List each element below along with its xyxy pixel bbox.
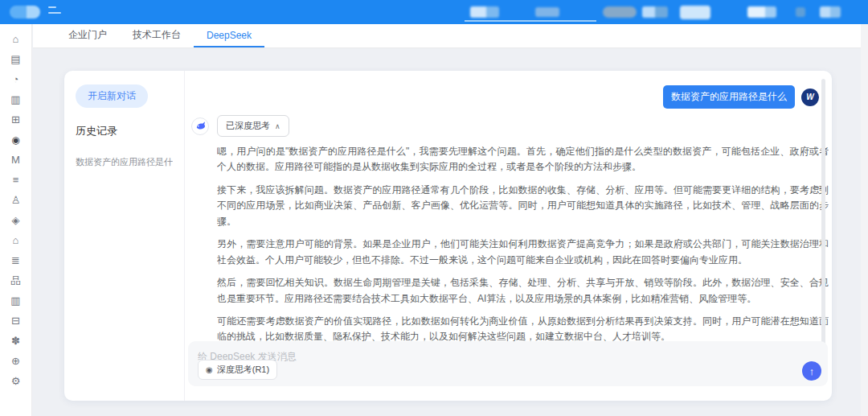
redacted-nav-item[interactable] xyxy=(747,6,776,18)
app-logo xyxy=(10,6,40,19)
tab-deepseek[interactable]: DeepSeek xyxy=(194,24,264,47)
menu-icon[interactable] xyxy=(48,6,63,18)
deepseek-whale-icon xyxy=(191,117,209,135)
shield-icon[interactable]: ◈ xyxy=(0,210,32,230)
sitemap-icon[interactable]: 品 xyxy=(0,270,32,290)
deep-think-chip-label: 深度思考(R1) xyxy=(217,364,269,376)
assistant-row: 已深度思考 ∧ xyxy=(191,115,832,137)
user-avatar: W xyxy=(801,89,819,106)
thought-paragraph: 然后，需要回忆相关知识。数据生命周期管理是关键，包括采集、存储、处理、分析、共享… xyxy=(217,275,829,307)
folder-icon[interactable]: ⊟ xyxy=(0,311,32,331)
flower-icon[interactable]: ✽ xyxy=(0,331,32,351)
barcode-alt-icon[interactable]: ▥ xyxy=(0,290,32,311)
video-plus-icon[interactable]: ⊞ xyxy=(0,109,32,130)
redacted-nav-item[interactable] xyxy=(470,6,499,18)
user-message-row: 数据资产的应用路径是什么 W xyxy=(190,71,832,109)
history-item[interactable]: 数据资产的应用路径是什么 xyxy=(76,156,173,168)
badge-icon[interactable]: ◉ xyxy=(0,130,32,150)
stack-icon[interactable]: ≣ xyxy=(0,250,32,270)
deep-think-toggle-chip[interactable]: ◉ 深度思考(R1) xyxy=(198,360,277,380)
arrow-up-icon: ↑ xyxy=(809,365,815,377)
chat-area: 数据资产的应用路径是什么 W 已深度思考 ∧ 嗯，用户问的是"数据资产的应用路径… xyxy=(185,71,832,401)
thought-paragraph: 可能还需要考虑数据资产的价值实现路径，比如数据如何转化为商业价值，从原始数据到分… xyxy=(217,314,829,345)
history-title: 历史记录 xyxy=(76,124,173,138)
page-scrollbar-track[interactable] xyxy=(861,24,868,416)
deep-think-icon: ◉ xyxy=(206,365,213,374)
top-bar xyxy=(0,0,868,24)
redacted-nav-item[interactable] xyxy=(603,6,637,18)
redacted-nav-item[interactable] xyxy=(820,6,841,18)
send-button[interactable]: ↑ xyxy=(802,361,821,381)
m-logo-icon[interactable]: M xyxy=(0,150,32,170)
thought-paragraph: 另外，需要注意用户可能的背景。如果是企业用户，他们可能关注如何利用数据资产提高竞… xyxy=(217,237,829,268)
tab-bar: 企业门户技术工作台DeepSeek xyxy=(33,24,868,48)
redacted-nav-item[interactable] xyxy=(680,6,710,19)
barcode-icon[interactable]: ▥ xyxy=(0,89,32,109)
left-icon-rail: ⌂▤◔▥⊞◉M≡♙◈⌂≣品▥⊟✽⊕⚙ xyxy=(0,24,32,416)
user-message-bubble: 数据资产的应用路径是什么 xyxy=(663,85,795,109)
chevron-up-icon: ∧ xyxy=(275,122,280,130)
deep-thought-toggle-label: 已深度思考 xyxy=(226,120,270,132)
tab-workbench[interactable]: 技术工作台 xyxy=(120,24,194,47)
redacted-nav-item[interactable] xyxy=(642,6,668,18)
thought-content: 嗯，用户问的是"数据资产的应用路径是什么"，我需要先理解这个问题。首先，确定他们… xyxy=(217,144,829,345)
redacted-nav-item[interactable] xyxy=(535,7,559,17)
app-window: ⌂▤◔▥⊞◉M≡♙◈⌂≣品▥⊟✽⊕⚙ 企业门户技术工作台DeepSeek 开启新… xyxy=(0,0,868,416)
home-alt-icon[interactable]: ⌂ xyxy=(0,230,32,250)
deep-thought-toggle[interactable]: 已深度思考 ∧ xyxy=(217,115,289,137)
gear-icon[interactable]: ⚙ xyxy=(0,371,32,391)
new-chat-button[interactable]: 开启新对话 xyxy=(76,84,148,108)
redacted-nav-item[interactable] xyxy=(796,7,805,17)
globe-icon[interactable]: ⊕ xyxy=(0,351,32,371)
tab-portal[interactable]: 企业门户 xyxy=(55,24,120,47)
nav-active-underline xyxy=(465,20,596,22)
chat-scrollbar-thumb[interactable] xyxy=(821,79,825,344)
thought-paragraph: 嗯，用户问的是"数据资产的应用路径是什么"，我需要先理解这个问题。首先，确定他们… xyxy=(217,144,829,175)
history-panel: 开启新对话 历史记录 数据资产的应用路径是什么 xyxy=(64,71,185,401)
org-icon[interactable]: ▤ xyxy=(0,49,32,69)
user-icon[interactable]: ♙ xyxy=(0,190,32,210)
thought-paragraph: 接下来，我应该拆解问题。数据资产的应用路径通常有几个阶段，比如数据的收集、存储、… xyxy=(217,183,829,229)
home-icon[interactable]: ⌂ xyxy=(0,29,32,49)
pie-chart-icon[interactable]: ◔ xyxy=(0,69,32,89)
list-icon[interactable]: ≡ xyxy=(0,170,32,190)
composer: ◉ 深度思考(R1) ↑ xyxy=(188,341,828,386)
chat-card: 开启新对话 历史记录 数据资产的应用路径是什么 数据资产的应用路径是什么 W 已… xyxy=(64,71,832,401)
